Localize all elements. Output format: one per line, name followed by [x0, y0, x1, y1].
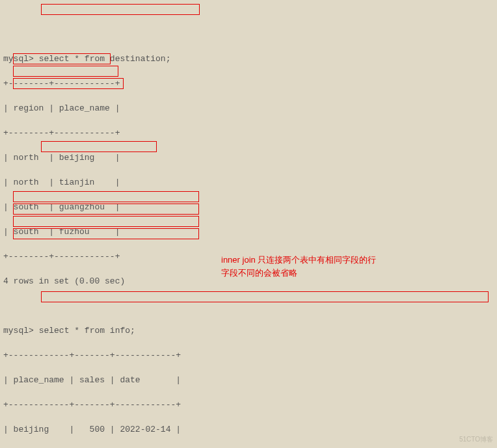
table-border: +--------+------------+ — [3, 77, 494, 90]
table-header: | region | place_name | — [3, 102, 494, 114]
table-border: +--------+------------+ — [3, 127, 494, 139]
annotation-line: 字段不同的会被省略 — [221, 267, 416, 280]
highlight-box — [41, 141, 157, 152]
table-row: | north | tianjin | — [3, 176, 494, 189]
table-row: | beijing | 500 | 2022-02-14 | — [3, 423, 494, 436]
highlight-box — [13, 66, 118, 77]
table-row: | south | fuzhou | — [3, 226, 494, 238]
table-border: +------------+-------+------------+ — [3, 349, 494, 362]
annotation-line: inner join 只连接两个表中有相同字段的行 — [221, 254, 416, 267]
blank-line — [3, 300, 494, 312]
table-border: +------------+-------+------------+ — [3, 399, 494, 411]
mysql-prompt: mysql> — [3, 54, 34, 64]
terminal-line: mysql> select * from info; — [3, 324, 494, 337]
mysql-prompt: mysql> — [3, 326, 34, 336]
sql-query: select * from destination; — [39, 54, 171, 64]
table-header: | place_name | sales | date | — [3, 374, 494, 386]
table-row: | south | guangzhou | — [3, 201, 494, 213]
sql-query: select * from info; — [39, 326, 135, 336]
watermark: 51CTO博客 — [459, 433, 493, 445]
terminal-line: mysql> select * from destination; — [3, 53, 494, 65]
table-row: | north | beijing | — [3, 152, 494, 164]
annotation-text: inner join 只连接两个表中有相同字段的行 字段不同的会被省略 — [221, 254, 416, 280]
highlight-box — [41, 4, 200, 15]
